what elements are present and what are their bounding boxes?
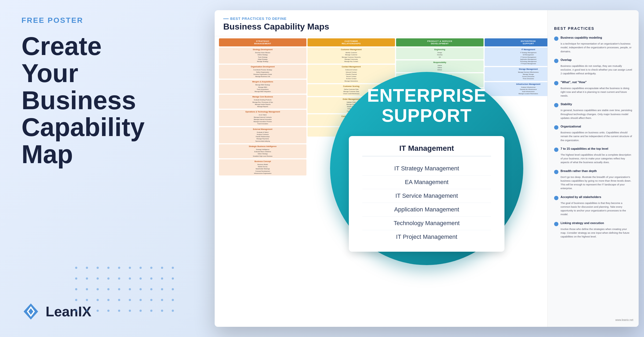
external-mgmt-title: External Management <box>220 128 305 131</box>
dot <box>86 267 88 269</box>
headline-line3: Capability Map <box>21 113 145 169</box>
dot <box>140 277 142 280</box>
application-mgmt-item: Application Management <box>362 203 491 217</box>
customer-mgmt-title: Customer Management <box>309 49 394 51</box>
biz-concept-block: Business Concept Business Model Market S… <box>219 159 306 175</box>
poster-document: BEST PRACTICES TO DEFINE Business Capabi… <box>215 10 639 327</box>
it-management-title: IT Management <box>362 144 491 156</box>
poster-title-area: BEST PRACTICES TO DEFINE Business Capabi… <box>223 17 329 32</box>
contact-mgmt-title: Contact Management <box>309 66 394 68</box>
dot <box>75 288 77 290</box>
bp-item-2-text: Business capabilities do not overlap, th… <box>561 64 632 76</box>
customer-header: CUSTOMERRELATIONSHIPS <box>308 38 395 46</box>
dot <box>107 277 109 280</box>
dot <box>75 299 77 301</box>
poster-main-title: Business Capability Maps <box>223 22 329 32</box>
it-service-item: IT Service Management <box>362 189 491 203</box>
dot <box>86 310 88 312</box>
dot <box>107 310 109 312</box>
bp-item-2-header: Overlap <box>554 58 632 63</box>
best-practices-panel-title: BEST PRACTICES <box>554 26 632 31</box>
dot <box>118 267 120 269</box>
dot <box>75 277 77 280</box>
dot <box>150 267 152 269</box>
bp-item-3-text: Business capabilities encapsulate what t… <box>561 86 632 98</box>
dot-grid <box>75 267 178 316</box>
dot <box>86 288 88 290</box>
dot <box>150 277 152 280</box>
core-biz-block: Manage Core Business Evaluate Existing P… <box>219 95 306 109</box>
bp-item-8-header: Accepted by all stakeholders <box>554 195 632 200</box>
dot <box>172 277 174 280</box>
dot <box>129 267 131 269</box>
bp-item-8: Accepted by all stakeholders The goal of… <box>554 195 632 217</box>
dot <box>161 299 163 301</box>
bp-item-1-title: Business capability modeling <box>561 36 602 39</box>
dot <box>86 299 88 301</box>
dot <box>97 288 99 290</box>
dot <box>107 267 109 269</box>
ea-management-item: EA Management <box>362 175 491 189</box>
dot <box>97 277 99 280</box>
bp-icon-5 <box>554 125 558 130</box>
bp-item-6-title: 7 to 15 capabilities at the top level <box>561 147 608 150</box>
bp-item-4: Stability In general, business capabilit… <box>554 102 632 120</box>
bp-item-5-text: Business capabilities on business units.… <box>561 131 632 142</box>
it-project-item: IT Project Management <box>362 230 491 244</box>
website-url: www.leanix.net <box>615 318 633 321</box>
bp-item-3-title: "What", not "How" <box>561 80 587 84</box>
bp-item-7-header: Breadth rather than depth <box>554 169 632 174</box>
bp-item-1-text: is a technique for representation of an … <box>561 42 632 53</box>
bp-item-4-text: In general, business capabilities are st… <box>561 108 632 120</box>
responsibility-title: Responsibility <box>397 61 482 64</box>
dot <box>150 299 152 301</box>
bp-icon-9 <box>554 222 558 226</box>
dot <box>129 299 131 301</box>
bp-item-4-header: Stability <box>554 102 632 107</box>
bp-icon-8 <box>554 196 558 200</box>
product-header: PRODUCT & SERVICEDEVELOPMENT <box>396 38 484 46</box>
circle-title-line1: ENTERPRISE SUPPORT <box>367 85 486 126</box>
bp-item-5-header: Organizational <box>554 125 632 130</box>
dot <box>172 310 174 312</box>
bp-icon-4 <box>554 103 558 107</box>
bp-item-1: Business capability modeling is a techni… <box>554 36 632 53</box>
headline-line1: Create <box>21 32 102 60</box>
bp-item-9-title: Linking strategy and execution <box>561 221 604 225</box>
bp-item-5-title: Organizational <box>561 125 581 128</box>
external-mgmt-block: External Management Evaluate & Select An… <box>219 127 306 143</box>
ma-title: Mergers & Acquisitions <box>220 81 305 83</box>
it-management-box: IT Management IT Strategy Management EA … <box>349 136 504 252</box>
dot <box>86 277 88 280</box>
headline-line2: Your Business <box>21 59 136 115</box>
dot <box>150 288 152 290</box>
circle-title: ENTERPRISE SUPPORT <box>367 85 486 136</box>
bp-icon-3 <box>554 81 558 85</box>
bp-icon-7 <box>554 170 558 174</box>
bp-item-5: Organizational Business capabilities on … <box>554 125 632 142</box>
dot <box>161 277 163 280</box>
dot <box>107 288 109 290</box>
responsibility-block: Responsibility Define Refine Deliver <box>396 60 484 72</box>
engineering-title: Engineering <box>397 49 482 51</box>
dot <box>75 267 77 269</box>
dot <box>161 310 163 312</box>
dot <box>118 288 120 290</box>
bp-item-4-title: Stability <box>561 102 572 106</box>
biz-concept-title: Business Concept <box>220 160 305 163</box>
main-headline: Create Your Business Capability Map <box>21 33 182 168</box>
dot <box>97 267 99 269</box>
dot <box>161 267 163 269</box>
org-dev-title: Organisation Development <box>220 66 305 68</box>
dot <box>118 310 120 312</box>
core-biz-title: Manage Core Business <box>220 96 305 98</box>
technology-mgmt-item: Technology Management <box>362 217 491 230</box>
bp-item-7-text: Don't go too deep. Illustrate the breadt… <box>561 175 632 191</box>
dot <box>140 299 142 301</box>
org-dev-block: Organisation Development Coordinate Proc… <box>219 65 306 79</box>
strategy-dev-title: Strategy Development <box>220 49 305 51</box>
bp-item-7: Breadth rather than depth Don't go too d… <box>554 169 632 191</box>
dot <box>129 277 131 280</box>
bp-item-8-title: Accepted by all stakeholders <box>561 195 601 199</box>
best-practices-panel: BEST PRACTICES Business capability model… <box>547 10 639 327</box>
